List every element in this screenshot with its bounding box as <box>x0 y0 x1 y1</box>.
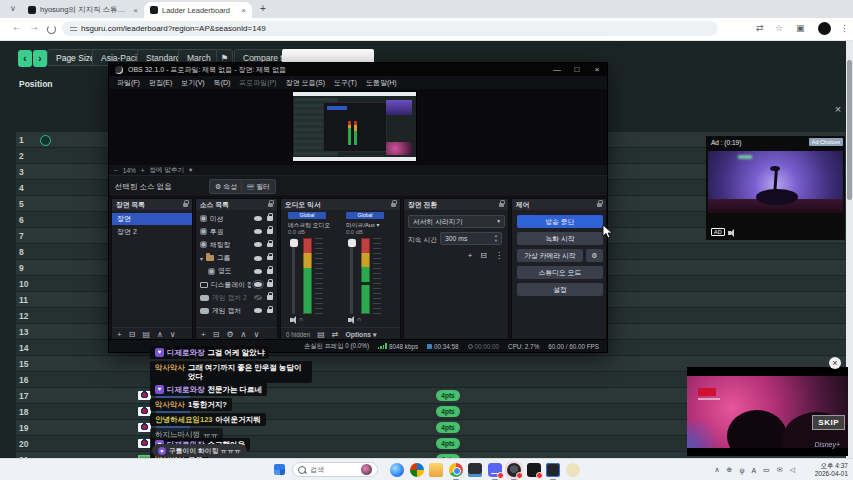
ad-video-frame[interactable] <box>708 151 843 213</box>
transition-menu-button[interactable]: ⋮ <box>495 251 503 260</box>
visibility-eye-icon[interactable] <box>254 242 262 247</box>
obs-preview-area[interactable] <box>109 89 607 165</box>
taskbar-search[interactable]: 검색 <box>292 462 378 477</box>
visibility-eye-icon[interactable] <box>254 216 262 221</box>
tab-close-icon[interactable]: × <box>133 6 138 15</box>
add-transition-button[interactable]: + <box>468 251 473 260</box>
remove-transition-button[interactable]: ⊟ <box>480 251 487 260</box>
browser-tab[interactable]: Ladder Leaderboard× <box>144 2 252 18</box>
streaming-app-icon[interactable] <box>507 463 521 477</box>
back-button[interactable]: ← <box>12 21 22 32</box>
globe-icon[interactable]: ⊕ <box>727 466 733 474</box>
lock-icon[interactable] <box>267 243 273 248</box>
new-tab-button[interactable]: + <box>256 2 270 16</box>
chat-bubble-icon[interactable]: ✉ <box>777 466 783 474</box>
source-row[interactable]: 후원 <box>196 225 277 238</box>
duration-spinbox[interactable]: 300 ms▴▾ <box>440 232 502 245</box>
visibility-eye-icon[interactable] <box>254 229 262 234</box>
speaker-icon[interactable] <box>290 318 293 322</box>
studio-mode-button[interactable]: 스튜디오 모드 <box>517 266 603 279</box>
minimize-button[interactable]: — <box>547 63 567 76</box>
translate-icon[interactable]: ⇄ <box>756 23 764 33</box>
visibility-eye-icon[interactable] <box>254 256 262 261</box>
lock-icon[interactable] <box>267 229 273 234</box>
url-bar[interactable]: hsguru.com/leaderboard?region=AP&seasonI… <box>62 21 718 36</box>
visibility-eye-icon[interactable] <box>254 308 262 313</box>
source-row[interactable]: 게임 캡처 2 <box>196 291 277 304</box>
start-recording-button[interactable]: 녹화 시작 <box>517 232 603 245</box>
obs-window[interactable]: OBS 32.1.0 - 프로파일: 제목 없음 - 장면: 제목 없음 — □… <box>108 62 608 353</box>
zoom-in-button[interactable]: + <box>141 167 145 174</box>
browser-menu-icon[interactable]: ⋮ <box>840 23 849 33</box>
source-row[interactable]: 채팅창 <box>196 238 277 251</box>
bottom-video-ad[interactable]: SKIP Disney+ <box>687 367 848 456</box>
menu-item[interactable]: 독(D) <box>214 78 231 88</box>
source-row[interactable]: ▾그룹 <box>196 252 277 265</box>
start-button[interactable] <box>274 464 285 475</box>
url-text[interactable]: hsguru.com/leaderboard?region=AP&seasonI… <box>81 24 266 33</box>
calculator-icon[interactable] <box>468 463 482 477</box>
scene-item[interactable]: 장면 <box>112 213 192 225</box>
tab-search-chevron-icon[interactable]: ∨ <box>6 2 20 16</box>
ad-close-icon[interactable]: × <box>831 102 845 116</box>
source-row[interactable]: 게임 캡처 <box>196 304 277 317</box>
background-app-icon[interactable] <box>566 463 580 477</box>
scrollbar-thumb[interactable] <box>847 60 852 200</box>
fit-window-label[interactable]: 창에 맞추기 <box>150 166 184 175</box>
ime-korean-indicator[interactable]: A <box>751 467 756 474</box>
forward-button[interactable]: → <box>29 21 39 32</box>
obs-title-bar[interactable]: OBS 32.1.0 - 프로파일: 제목 없음 - 장면: 제목 없음 — □… <box>109 63 607 76</box>
skip-button[interactable]: SKIP <box>812 415 845 430</box>
obs-icon[interactable] <box>546 463 560 477</box>
close-button[interactable]: × <box>587 63 607 76</box>
widgets-icon[interactable] <box>410 463 424 477</box>
source-row[interactable]: 미션 <box>196 212 277 225</box>
menu-item[interactable]: 도움말(H) <box>366 78 397 88</box>
lock-icon[interactable] <box>267 295 273 300</box>
expand-caret-icon[interactable]: ▾ <box>200 255 203 262</box>
copilot-icon[interactable] <box>390 463 404 477</box>
volume-slider[interactable] <box>350 238 353 314</box>
mic-icon[interactable]: ψ <box>739 467 744 474</box>
properties-button[interactable]: ⚙ 속성 <box>209 179 243 194</box>
taskbar-clock[interactable]: 오후 4:37 2026-04-01 <box>815 462 848 478</box>
start-virtual-camera-button[interactable]: 가상 카메라 시작 <box>517 249 583 262</box>
menu-item[interactable]: 보기(V) <box>181 78 204 88</box>
headphone-icon[interactable]: ∩ <box>299 316 303 322</box>
headphone-icon[interactable]: ∩ <box>357 316 361 322</box>
transition-select[interactable]: 서서히 사라지기▾ <box>408 215 505 228</box>
lock-icon[interactable] <box>267 256 273 261</box>
battery-icon[interactable]: ▭ <box>763 466 770 474</box>
browser-tab[interactable]: hyosung의 지지직 스튜디오× <box>22 2 144 18</box>
source-row[interactable]: 영도 <box>196 265 277 278</box>
chat-toast-bubble[interactable]: ♥ 구틀이이 화이팅 ㅠㅠㅠ <box>152 444 247 457</box>
side-panel-icon[interactable]: ▣ <box>796 23 805 33</box>
visibility-eye-icon[interactable] <box>254 295 262 300</box>
lock-icon[interactable] <box>267 309 273 314</box>
visibility-eye-icon[interactable] <box>254 269 262 274</box>
speaker-icon[interactable] <box>348 318 351 322</box>
scene-item[interactable]: 장면 2 <box>112 226 192 238</box>
video-ad-panel[interactable]: Ad : (0:19) Ad Choices AD <box>706 136 845 240</box>
video-close-icon[interactable]: × <box>829 357 841 369</box>
lock-icon[interactable] <box>267 269 273 274</box>
maximize-button[interactable]: □ <box>567 63 587 76</box>
menu-item[interactable]: 프로파일(P) <box>239 78 276 88</box>
lock-icon[interactable] <box>267 216 273 221</box>
menu-item[interactable]: 파일(F) <box>117 78 140 88</box>
search-highlight-thumb[interactable] <box>361 464 372 475</box>
zoom-out-button[interactable]: − <box>114 167 118 174</box>
source-row[interactable]: 디스플레이 캡처 <box>196 278 277 291</box>
menu-item[interactable]: 도구(T) <box>334 78 357 88</box>
discord-icon[interactable] <box>488 463 502 477</box>
tab-close-icon[interactable]: × <box>241 6 246 15</box>
message-app-icon[interactable] <box>527 463 541 477</box>
lock-icon[interactable] <box>267 282 273 287</box>
muted-speaker-icon[interactable] <box>728 231 731 235</box>
preview-thumbnail[interactable] <box>292 91 417 162</box>
stop-streaming-button[interactable]: 방송 중단 <box>517 215 603 228</box>
menu-item[interactable]: 편집(E) <box>149 78 172 88</box>
volume-icon[interactable]: ◁ <box>790 466 795 474</box>
settings-button[interactable]: 설정 <box>517 283 603 296</box>
ad-choices-button[interactable]: Ad Choices <box>809 138 843 146</box>
